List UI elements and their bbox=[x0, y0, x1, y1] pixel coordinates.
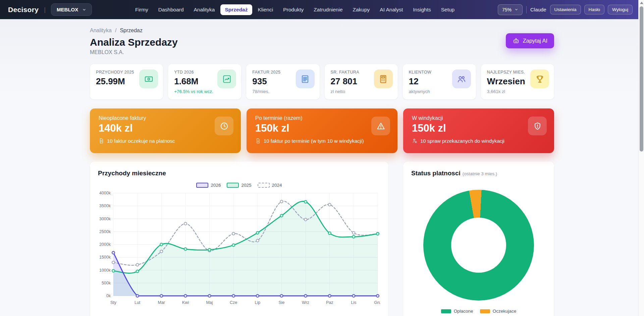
svg-text:Wrz: Wrz bbox=[302, 300, 309, 305]
svg-text:Maj: Maj bbox=[206, 300, 213, 305]
nav-item-sprzeda-[interactable]: Sprzedaż bbox=[220, 4, 252, 15]
svg-text:4000k: 4000k bbox=[99, 191, 111, 195]
payment-status-card: Status platnosci(ostatnie 3 mies.) Oplac… bbox=[403, 162, 554, 316]
nav-item-klienci[interactable]: Klienci bbox=[254, 4, 278, 15]
nav-item-zatrudnienie[interactable]: Zatrudnienie bbox=[309, 4, 347, 15]
svg-text:500k: 500k bbox=[102, 281, 111, 285]
svg-text:Mar: Mar bbox=[158, 300, 165, 305]
breadcrumb-separator: / bbox=[115, 28, 116, 34]
nav-item-firmy[interactable]: Firmy bbox=[131, 4, 153, 15]
ask-ai-button[interactable]: Zapytaj AI bbox=[506, 33, 554, 48]
page-title: Analiza Sprzedazy bbox=[90, 37, 554, 48]
shield-alert-icon bbox=[528, 117, 547, 135]
kpi-sub: 3,661k zl bbox=[487, 89, 548, 94]
company-selector[interactable]: MEBLOX bbox=[51, 3, 92, 16]
user-name: Claude bbox=[530, 7, 546, 12]
legend-item-2024[interactable]: 2024 bbox=[258, 183, 282, 188]
scrollbar-thumb[interactable] bbox=[640, 6, 643, 151]
alert-value: 140k zl bbox=[99, 122, 232, 134]
alert-title: Po terminie (razem) bbox=[255, 115, 389, 121]
zoom-level-value: 75% bbox=[502, 7, 512, 12]
charts-row: Przychody miesieczne 202620252024 0k500k… bbox=[90, 162, 554, 316]
top-navbar: Decisory | MEBLOX FirmyDashboardAnalityk… bbox=[0, 0, 644, 19]
kpi-card: PRZYCHODY 202525.99M bbox=[90, 64, 163, 99]
breadcrumb-parent[interactable]: Analityka bbox=[90, 28, 112, 34]
legend-item-2025[interactable]: 2025 bbox=[227, 183, 251, 188]
line-chart-legend: 202620252024 bbox=[98, 183, 380, 188]
line-chart: 0k500k1000k1500k2000k2500k3000k3500k4000… bbox=[98, 189, 380, 309]
donut-legend-label: Oplacone bbox=[454, 309, 473, 314]
alert-footer-text: 10 faktur po terminie (w tym 10 w windyk… bbox=[264, 138, 364, 144]
zoom-level-select[interactable]: 75% bbox=[498, 4, 523, 15]
chevron-down-icon bbox=[82, 8, 86, 12]
svg-text:Lut: Lut bbox=[135, 300, 141, 305]
legend-swatch bbox=[227, 183, 239, 188]
navbar-right-cluster: 75% Claude UstawieniaHasłoWyloguj bbox=[498, 4, 633, 15]
breadcrumb-current: Sprzedaz bbox=[120, 28, 143, 34]
main-menu: FirmyDashboardAnalitykaSprzedażKlienciPr… bbox=[131, 4, 459, 15]
line-chart-title: Przychody miesieczne bbox=[98, 170, 166, 177]
users-icon bbox=[452, 70, 471, 88]
legend-swatch bbox=[258, 183, 270, 188]
person-icon bbox=[412, 138, 418, 144]
nav-item-dashboard[interactable]: Dashboard bbox=[154, 4, 188, 15]
wyloguj-button[interactable]: Wyloguj bbox=[608, 5, 633, 14]
donut-legend-item-oplacone[interactable]: Oplacone bbox=[441, 309, 473, 314]
clock-icon bbox=[215, 117, 233, 135]
document-icon bbox=[99, 138, 104, 144]
vertical-scrollbar[interactable] bbox=[638, 0, 644, 316]
donut-legend-item-oczekujace[interactable]: Oczekujace bbox=[480, 309, 517, 314]
nav-item-insights[interactable]: Insights bbox=[409, 4, 435, 15]
kpi-row: PRZYCHODY 202525.99MYTD 20261.68M+76.5% … bbox=[90, 64, 554, 99]
kpi-card: SR. FAKTURA27 801zl netto bbox=[325, 64, 398, 99]
nav-item-analityka[interactable]: Analityka bbox=[190, 4, 219, 15]
svg-text:0k: 0k bbox=[106, 294, 111, 298]
kpi-sub: 78/mies. bbox=[252, 89, 313, 94]
scrollbar-up-arrow[interactable] bbox=[640, 2, 643, 4]
monthly-revenue-chart-card: Przychody miesieczne 202620252024 0k500k… bbox=[90, 162, 388, 316]
kpi-card: YTD 20261.68M+76.5% vs rok wcz. bbox=[168, 64, 241, 99]
breadcrumb: Analityka / Sprzedaz bbox=[90, 28, 554, 34]
robot-icon bbox=[513, 37, 520, 44]
legend-swatch bbox=[196, 183, 208, 188]
nav-item-zakupy[interactable]: Zakupy bbox=[348, 4, 374, 15]
trend-up-icon bbox=[217, 70, 236, 88]
svg-text:3000k: 3000k bbox=[99, 217, 111, 221]
nav-item-ai-analyst[interactable]: AI Analyst bbox=[375, 4, 407, 15]
kpi-card: KLIENTOW12aktywnych bbox=[403, 64, 476, 99]
svg-text:Cze: Cze bbox=[230, 300, 237, 305]
svg-text:Sty: Sty bbox=[110, 300, 117, 305]
ustawienia-button[interactable]: Ustawienia bbox=[550, 5, 581, 14]
donut-chart-wrap bbox=[411, 190, 546, 301]
donut-legend-swatch bbox=[441, 309, 451, 313]
kpi-card: FAKTUR 202593578/mies. bbox=[246, 64, 319, 99]
donut-chart-title: Status platnosci bbox=[411, 170, 461, 177]
svg-text:1500k: 1500k bbox=[99, 255, 111, 260]
page-content: Analityka / Sprzedaz Analiza Sprzedazy M… bbox=[90, 19, 554, 316]
svg-text:Lip: Lip bbox=[255, 300, 260, 305]
navbar-divider bbox=[526, 6, 527, 13]
alert-card: W windykacji150k zl10 spraw przekazanych… bbox=[403, 108, 554, 153]
svg-text:1000k: 1000k bbox=[99, 268, 111, 273]
alert-title: W windykacji bbox=[412, 115, 545, 121]
alert-card: Po terminie (razem)150k zl10 faktur po t… bbox=[247, 108, 397, 153]
page-subtitle: MEBLOX S.A. bbox=[90, 49, 554, 55]
svg-text:3500k: 3500k bbox=[99, 204, 111, 208]
navbar-actions: UstawieniaHasłoWyloguj bbox=[550, 5, 633, 14]
brand-divider: | bbox=[44, 6, 46, 13]
svg-text:Lis: Lis bbox=[351, 300, 356, 305]
legend-label: 2024 bbox=[272, 183, 282, 188]
ask-ai-label: Zapytaj AI bbox=[523, 38, 547, 44]
calculator-icon bbox=[374, 70, 393, 88]
kpi-sub: aktywnych bbox=[409, 89, 470, 94]
donut-legend-label: Oczekujace bbox=[493, 309, 517, 314]
legend-label: 2026 bbox=[211, 183, 221, 188]
has-o-button[interactable]: Hasło bbox=[584, 5, 605, 14]
alert-title: Nieoplacone faktury bbox=[99, 115, 232, 121]
legend-item-2026[interactable]: 2026 bbox=[196, 183, 221, 188]
chevron-down-icon bbox=[515, 8, 518, 11]
nav-item-setup[interactable]: Setup bbox=[437, 4, 459, 15]
alert-footer-text: 10 spraw przekazanych do windykacji bbox=[420, 138, 504, 144]
invoice-icon bbox=[296, 70, 315, 88]
nav-item-produkty[interactable]: Produkty bbox=[279, 4, 308, 15]
